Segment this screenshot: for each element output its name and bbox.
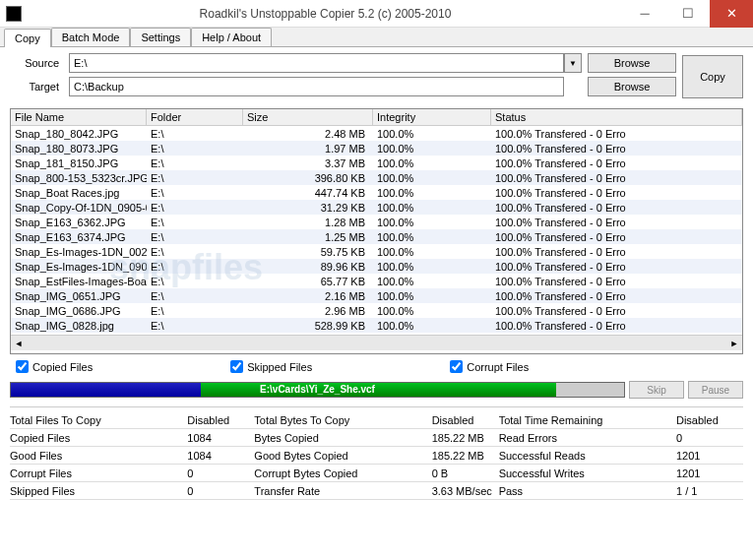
cell-status: 100.0% Transfered - 0 Erro (491, 290, 742, 302)
cell-folder: E:\ (147, 187, 243, 199)
horizontal-scrollbar[interactable]: ◄ ► (11, 335, 742, 350)
stat-row: Successful Reads1201 (499, 447, 743, 465)
tab-settings[interactable]: Settings (130, 28, 191, 46)
cell-size: 31.29 KB (243, 202, 373, 214)
scroll-right-icon[interactable]: ► (726, 336, 742, 351)
cell-status: 100.0% Transfered - 0 Erro (491, 231, 742, 243)
pause-button[interactable]: Pause (688, 381, 743, 399)
cell-status: 100.0% Transfered - 0 Erro (491, 143, 742, 155)
target-input[interactable] (69, 77, 564, 96)
progress-bar: E:\vCards\Yi_Ze_She.vcf (10, 382, 625, 398)
copied-files-checkbox[interactable]: Copied Files (16, 360, 93, 373)
stat-value: 3.63 MB/sec (430, 485, 499, 497)
stat-label: Good Bytes Copied (254, 450, 429, 462)
stat-label: Successful Writes (499, 467, 674, 479)
cell-size: 447.74 KB (243, 187, 373, 199)
stats-panel: Total Files To CopyDisabledCopied Files1… (10, 406, 743, 500)
cell-filename: Snap_E163_6374.JPG (11, 231, 147, 243)
cell-size: 59.75 KB (243, 246, 373, 258)
stat-row: Total Bytes To CopyDisabled (254, 411, 498, 429)
source-input[interactable] (69, 53, 564, 73)
table-row[interactable]: Snap_Es-Images-1DN_0905E:\89.96 KB100.0%… (11, 259, 742, 274)
cell-integrity: 100.0% (373, 246, 491, 258)
table-row[interactable]: Snap_181_8150.JPGE:\3.37 MB100.0%100.0% … (11, 156, 742, 170)
cell-folder: E:\ (147, 128, 243, 140)
stat-value: 0 B (430, 467, 499, 479)
table-row[interactable]: Snap_Boat Races.jpgE:\447.74 KB100.0%100… (11, 185, 742, 200)
stat-row: Skipped Files0 (10, 482, 254, 500)
close-button[interactable]: ✕ (710, 0, 753, 28)
stat-row: Transfer Rate3.63 MB/sec (254, 482, 498, 500)
source-browse-button[interactable]: Browse (588, 53, 676, 73)
cell-folder: E:\ (147, 261, 243, 273)
cell-integrity: 100.0% (373, 305, 491, 317)
file-table: snapfiles File Name Folder Size Integrit… (10, 108, 743, 354)
stat-row: Corrupt Files0 (10, 465, 254, 482)
stat-label: Corrupt Files (10, 467, 185, 479)
stat-row: Successful Writes1201 (499, 465, 743, 482)
cell-status: 100.0% Transfered - 0 Erro (491, 261, 742, 273)
cell-folder: E:\ (147, 320, 243, 332)
table-row[interactable]: Snap_180_8073.JPGE:\1.97 MB100.0%100.0% … (11, 141, 742, 156)
th-size[interactable]: Size (243, 109, 373, 125)
tab-batch-mode[interactable]: Batch Mode (51, 28, 131, 46)
th-status[interactable]: Status (491, 109, 742, 125)
cell-size: 396.80 KB (243, 172, 373, 184)
cell-integrity: 100.0% (373, 261, 491, 273)
table-row[interactable]: Snap_180_8042.JPGE:\2.48 MB100.0%100.0% … (11, 126, 742, 141)
cell-size: 2.16 MB (243, 290, 373, 302)
copy-button[interactable]: Copy (682, 55, 743, 98)
cell-integrity: 100.0% (373, 276, 491, 287)
tab-help-about[interactable]: Help / About (191, 28, 272, 46)
stat-label: Total Bytes To Copy (254, 414, 429, 426)
minimize-button[interactable]: ─ (623, 0, 666, 28)
scroll-left-icon[interactable]: ◄ (11, 336, 27, 351)
cell-integrity: 100.0% (373, 157, 491, 169)
cell-status: 100.0% Transfered - 0 Erro (491, 187, 742, 199)
stat-label: Corrupt Bytes Copied (254, 467, 429, 479)
skipped-files-checkbox[interactable]: Skipped Files (230, 360, 312, 373)
cell-filename: Snap_800-153_5323cr.JPG (11, 172, 147, 184)
stat-row: Read Errors0 (499, 429, 743, 447)
table-row[interactable]: Snap_800-153_5323cr.JPGE:\396.80 KB100.0… (11, 170, 742, 185)
table-row[interactable]: Snap_IMG_0828.jpgE:\528.99 KB100.0%100.0… (11, 318, 742, 333)
cell-size: 65.77 KB (243, 276, 373, 287)
cell-folder: E:\ (147, 290, 243, 302)
tab-bar: Copy Batch Mode Settings Help / About (0, 28, 753, 47)
cell-integrity: 100.0% (373, 290, 491, 302)
cell-filename: Snap_EstFiles-Images-Boat (11, 276, 147, 287)
cell-status: 100.0% Transfered - 0 Erro (491, 276, 742, 287)
table-row[interactable]: Snap_IMG_0686.JPGE:\2.96 MB100.0%100.0% … (11, 303, 742, 318)
th-integrity[interactable]: Integrity (373, 109, 491, 125)
tab-copy[interactable]: Copy (4, 29, 51, 47)
table-row[interactable]: Snap_Copy-Of-1DN_0905-0E:\31.29 KB100.0%… (11, 200, 742, 215)
maximize-button[interactable]: ☐ (666, 0, 710, 28)
corrupt-files-checkbox[interactable]: Corrupt Files (450, 360, 529, 373)
skip-button[interactable]: Skip (629, 381, 684, 399)
cell-size: 1.25 MB (243, 231, 373, 243)
stat-row: Total Time RemainingDisabled (499, 411, 743, 429)
stat-label: Total Files To Copy (10, 414, 185, 426)
cell-size: 89.96 KB (243, 261, 373, 273)
table-row[interactable]: Snap_EstFiles-Images-BoatE:\65.77 KB100.… (11, 274, 742, 288)
th-filename[interactable]: File Name (11, 109, 147, 125)
stat-row: Total Files To CopyDisabled (10, 411, 254, 429)
cell-integrity: 100.0% (373, 231, 491, 243)
cell-integrity: 100.0% (373, 143, 491, 155)
stat-label: Good Files (10, 450, 185, 462)
cell-integrity: 100.0% (373, 320, 491, 332)
cell-folder: E:\ (147, 246, 243, 258)
table-row[interactable]: Snap_E163_6374.JPGE:\1.25 MB100.0%100.0%… (11, 229, 742, 244)
stat-value: Disabled (430, 414, 499, 426)
table-row[interactable]: Snap_Es-Images-1DN_0023E:\59.75 KB100.0%… (11, 244, 742, 259)
cell-status: 100.0% Transfered - 0 Erro (491, 128, 742, 140)
cell-folder: E:\ (147, 172, 243, 184)
table-row[interactable]: Snap_E163_6362.JPGE:\1.28 MB100.0%100.0%… (11, 215, 742, 229)
titlebar: Roadkil's Unstoppable Copier 5.2 (c) 200… (0, 0, 753, 28)
target-browse-button[interactable]: Browse (588, 77, 676, 96)
stat-value: 0 (674, 432, 743, 444)
table-row[interactable]: Snap_IMG_0651.JPGE:\2.16 MB100.0%100.0% … (11, 288, 742, 303)
source-dropdown-icon[interactable]: ▼ (564, 53, 582, 73)
th-folder[interactable]: Folder (147, 109, 243, 125)
cell-integrity: 100.0% (373, 202, 491, 214)
